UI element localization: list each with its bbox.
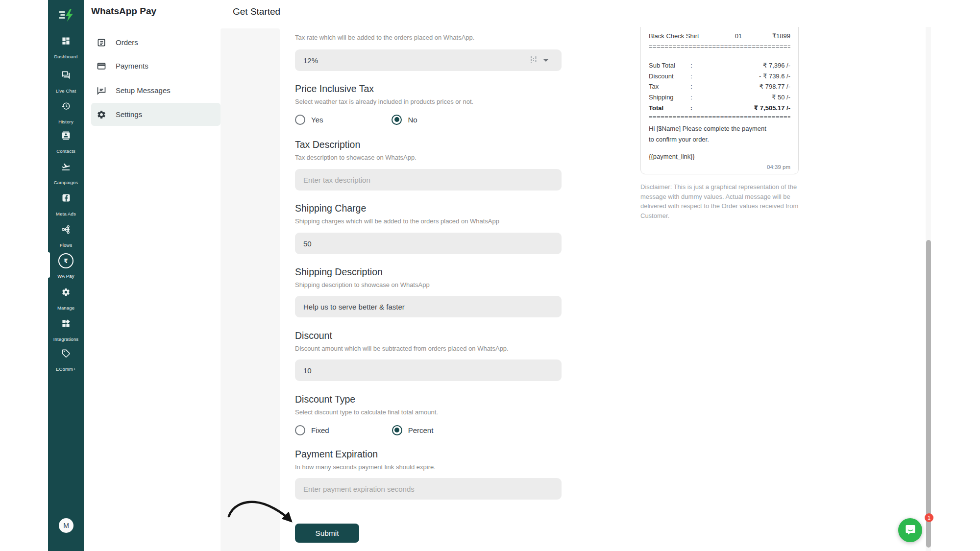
shipping-charge-input[interactable] bbox=[295, 233, 562, 254]
field-payment-expiration: Payment Expiration In how many seconds p… bbox=[295, 449, 562, 500]
submit-button[interactable]: Submit bbox=[295, 524, 359, 543]
separator-line: ======================================== bbox=[649, 114, 790, 120]
settings-form: Tax rate which will be added to the orde… bbox=[295, 0, 562, 551]
left-placeholder-strip bbox=[220, 28, 280, 551]
discount-row: Discount : - ₹ 739.6 /- bbox=[649, 71, 790, 82]
history-icon bbox=[61, 101, 71, 111]
panel-item-label: Settings bbox=[116, 110, 142, 119]
main-header: Get Started bbox=[220, 0, 980, 27]
sidebar-item-integrations[interactable]: Integrations bbox=[48, 318, 84, 342]
total-row: Total : ₹ 7,505.17 /- bbox=[649, 103, 790, 114]
field-tax-rate: Tax rate which will be added to the orde… bbox=[295, 34, 562, 71]
panel-item-orders[interactable]: Orders bbox=[91, 31, 220, 54]
sidebar-item-history[interactable]: History bbox=[48, 101, 84, 124]
separator-line: ======================================== bbox=[649, 43, 790, 50]
shipping-row: Shipping : ₹ 50 /- bbox=[649, 92, 790, 103]
radio-label: Percent bbox=[408, 426, 434, 434]
radio-circle-icon bbox=[392, 425, 402, 435]
shipping-description-input[interactable] bbox=[295, 296, 562, 317]
sidebar-item-label: Manage bbox=[57, 305, 74, 311]
discount-helper: Discount amount which will be subtracted… bbox=[295, 345, 562, 352]
shipping-description-label: Shipping Description bbox=[295, 266, 562, 278]
preview-message: Hi [$Name] Please complete the payment t… bbox=[649, 123, 771, 144]
sidebar-item-label: Campaigns bbox=[54, 180, 78, 185]
tax-description-input[interactable] bbox=[295, 169, 562, 191]
app-root: Dashboard Live Chat History Contacts Cam bbox=[0, 0, 980, 551]
message-icon bbox=[97, 86, 106, 96]
whatsapp-pay-panel: WhatsApp Pay Orders Payments Setup Messa… bbox=[84, 0, 220, 551]
preview-product-row: Black Check Shirt 01 ₹1899 bbox=[649, 32, 790, 40]
payment-expiration-input[interactable] bbox=[295, 478, 562, 500]
panel-item-settings[interactable]: Settings bbox=[91, 103, 220, 126]
orders-icon bbox=[97, 38, 106, 48]
radio-yes[interactable]: Yes bbox=[295, 115, 323, 125]
tax-rate-value: 12% bbox=[303, 56, 318, 65]
flows-icon bbox=[61, 224, 71, 234]
message-time: 04:39 pm bbox=[649, 164, 790, 170]
sidebar-item-dashboard[interactable]: Dashboard bbox=[48, 36, 84, 59]
radio-label: Fixed bbox=[311, 426, 329, 434]
field-shipping-description: Shipping Description Shipping descriptio… bbox=[295, 266, 562, 317]
sidebar-item-label: WA Pay bbox=[57, 273, 74, 279]
sidebar-item-label: Contacts bbox=[56, 148, 75, 154]
wa-pay-icon: ₹ bbox=[58, 253, 74, 268]
panel-item-label: Payments bbox=[116, 62, 148, 70]
sidebar-item-label: Live Chat bbox=[56, 88, 76, 94]
aisensy-logo-icon[interactable] bbox=[48, 7, 84, 24]
radio-label: No bbox=[408, 116, 417, 124]
product-name: Black Check Shirt bbox=[649, 32, 722, 40]
subtotal-row: Sub Total : ₹ 7,396 /- bbox=[649, 60, 790, 71]
discount-type-helper: Select discount type to calculate final … bbox=[295, 408, 562, 416]
panel-item-payments[interactable]: Payments bbox=[91, 54, 220, 77]
live-chat-icon bbox=[61, 70, 71, 80]
sidebar-item-label: Meta Ads bbox=[56, 211, 76, 216]
sidebar-item-contacts[interactable]: Contacts bbox=[48, 130, 84, 154]
panel-item-setup-messages[interactable]: Setup Messages bbox=[91, 79, 220, 102]
integrations-icon bbox=[61, 318, 71, 328]
tax-rate-select[interactable]: 12% bbox=[295, 49, 562, 71]
sidebar-item-meta-ads[interactable]: Meta Ads bbox=[48, 193, 84, 216]
discount-input[interactable] bbox=[295, 359, 562, 381]
tax-description-label: Tax Description bbox=[295, 139, 562, 150]
price-inclusive-tax-label: Price Inclusive Tax bbox=[295, 83, 562, 95]
sidebar-item-campaigns[interactable]: Campaigns bbox=[48, 162, 84, 185]
page-title: Get Started bbox=[233, 6, 280, 17]
scrollbar-thumb[interactable] bbox=[926, 240, 931, 548]
tax-row: Tax : ₹ 798.77 /- bbox=[649, 81, 790, 92]
sidebar-item-live-chat[interactable]: Live Chat bbox=[48, 70, 84, 94]
contacts-icon bbox=[61, 130, 71, 140]
user-avatar[interactable]: M bbox=[59, 518, 74, 533]
payment-expiration-label: Payment Expiration bbox=[295, 449, 562, 460]
price-tag-icon bbox=[61, 348, 71, 358]
notification-badge: 1 bbox=[925, 513, 933, 522]
preview-totals: Sub Total : ₹ 7,396 /- Discount : - ₹ 73… bbox=[649, 60, 790, 113]
discount-label: Discount bbox=[295, 330, 562, 341]
sidebar-item-label: Dashboard bbox=[54, 54, 78, 59]
radio-percent[interactable]: Percent bbox=[392, 425, 434, 435]
radio-fixed[interactable]: Fixed bbox=[295, 425, 329, 435]
payment-link-placeholder: {{payment_link}} bbox=[649, 153, 790, 163]
primary-sidebar: Dashboard Live Chat History Contacts Cam bbox=[48, 0, 84, 551]
sidebar-item-ecomm[interactable]: EComm+ bbox=[48, 348, 84, 372]
panel-title: WhatsApp Pay bbox=[91, 6, 156, 17]
credit-card-icon bbox=[97, 61, 106, 71]
chat-bubble-icon bbox=[905, 524, 916, 537]
preview-disclaimer: Disclaimer: This is just a graphical rep… bbox=[640, 182, 802, 220]
radio-circle-icon bbox=[295, 425, 305, 435]
gear-icon bbox=[61, 287, 71, 297]
tax-description-helper: Tax description to showcase on WhatsApp. bbox=[295, 154, 562, 161]
chevron-down-icon[interactable] bbox=[543, 59, 549, 62]
chat-launcher-button[interactable] bbox=[898, 518, 922, 542]
campaigns-icon bbox=[61, 162, 71, 171]
radio-circle-icon bbox=[295, 115, 305, 125]
field-shipping-charge: Shipping Charge Shipping charges which w… bbox=[295, 203, 562, 254]
sidebar-item-label: Integrations bbox=[53, 336, 78, 342]
sidebar-item-wa-pay[interactable]: ₹ WA Pay bbox=[48, 253, 84, 279]
sidebar-item-flows[interactable]: Flows bbox=[48, 224, 84, 248]
shipping-charge-label: Shipping Charge bbox=[295, 203, 562, 214]
sidebar-item-manage[interactable]: Manage bbox=[48, 287, 84, 311]
radio-label: Yes bbox=[311, 116, 323, 124]
shipping-description-helper: Shipping description to showcase on What… bbox=[295, 281, 562, 288]
payment-expiration-helper: In how many seconds payment link should … bbox=[295, 463, 562, 471]
radio-no[interactable]: No bbox=[392, 115, 417, 125]
